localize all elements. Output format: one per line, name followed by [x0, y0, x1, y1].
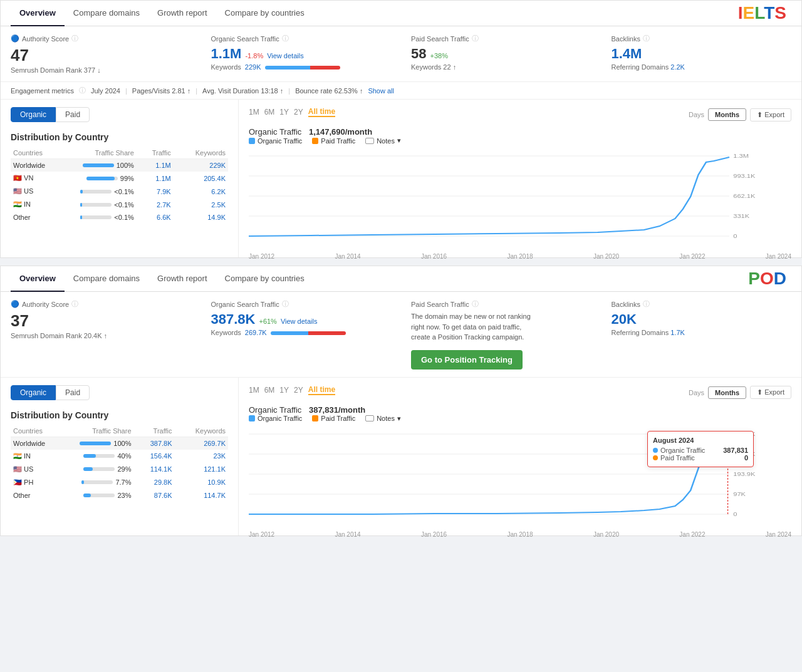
toggle-group-1: Organic Paid [11, 107, 228, 122]
toggle-group-2: Organic Paid [11, 385, 228, 400]
right-panel-2: 1M 6M 1Y 2Y All time Days Months ⬆ Expor… [239, 378, 801, 535]
tab-compare-countries-2[interactable]: Compare by countries [216, 266, 313, 292]
pages-visits-1: Pages/Visits 2.81 ↑ [132, 87, 190, 95]
chart-tooltip-2: August 2024 Organic Traffic 387,831 Paid… [647, 431, 754, 467]
tab-growth-report-2[interactable]: Growth report [148, 266, 216, 292]
svg-text:0: 0 [733, 510, 737, 517]
legend-row-2: Organic Traffic Paid Traffic Notes ▾ [249, 415, 791, 423]
svg-text:193.9K: 193.9K [733, 470, 756, 477]
table-row: 🇮🇳 IN <0.1% 2.7K2.5K [11, 198, 228, 211]
col-keywords-1: Keywords [174, 147, 228, 159]
time-2y-2[interactable]: 2Y [294, 386, 303, 395]
paid-toggle-2[interactable]: Paid [56, 385, 90, 400]
position-tracking-btn[interactable]: Go to Position Tracking [411, 350, 523, 370]
time-1m-2[interactable]: 1M [249, 386, 259, 395]
legend-row-1: Organic Traffic Paid Traffic Notes ▾ [249, 137, 791, 145]
svg-text:662.1K: 662.1K [733, 193, 756, 199]
table-row: Other <0.1% 6.6K14.9K [11, 211, 228, 224]
paid-traffic-2: Paid Search Traffic ⓘ The domain may be … [411, 299, 591, 370]
authority-score-sub-1: Semrush Domain Rank 377 ↓ [11, 66, 191, 74]
section-ielts: Overview Compare domains Growth report C… [0, 0, 802, 258]
months-btn-1[interactable]: Months [708, 108, 746, 121]
svg-text:993.1K: 993.1K [733, 173, 756, 179]
col-keywords-2: Keywords [175, 425, 228, 437]
brand-logo-ielts: IELTS [738, 3, 786, 23]
backlinks-value-2: 20K [612, 311, 792, 328]
tab-growth-report-1[interactable]: Growth report [148, 1, 216, 26]
time-range-2: 1M 6M 1Y 2Y All time [249, 385, 335, 395]
export-btn-1[interactable]: ⬆ Export [750, 108, 791, 121]
metrics-row-2: 🔵Authority Score ⓘ 37 Semrush Domain Ran… [1, 292, 801, 378]
nav-tabs-2: Overview Compare domains Growth report C… [1, 266, 801, 292]
time-6m-2[interactable]: 6M [264, 386, 275, 395]
time-alltime-1[interactable]: All time [308, 107, 335, 117]
col-traffic-share-2: Traffic Share [67, 425, 134, 437]
distribution-title-1: Distribution by Country [11, 132, 228, 142]
chart-area-2: 387.8K 290.0K 193.9K 97K 0 August 2024 O… [249, 428, 791, 528]
col-countries-1: Countries [11, 147, 68, 159]
table-row: 🇺🇸 US <0.1% 7.9K6.2K [11, 185, 228, 198]
distribution-table-1: Countries Traffic Share Traffic Keywords… [11, 147, 228, 224]
authority-score-2: 🔵Authority Score ⓘ 37 Semrush Domain Ran… [11, 299, 191, 370]
tab-compare-domains-1[interactable]: Compare domains [65, 1, 148, 26]
distribution-title-2: Distribution by Country [11, 410, 228, 420]
tab-overview-1[interactable]: Overview [11, 1, 65, 26]
time-alltime-2[interactable]: All time [308, 385, 335, 395]
time-6m-1[interactable]: 6M [264, 108, 275, 116]
svg-text:331K: 331K [733, 213, 749, 219]
months-btn-2[interactable]: Months [708, 386, 746, 399]
tab-overview-2[interactable]: Overview [11, 266, 65, 292]
brand-logo-pod: POD [748, 269, 786, 289]
table-row: Worldwide 100% 1.1M229K [11, 159, 228, 172]
organic-traffic-2: Organic Search Traffic ⓘ 387.8K +61% Vie… [211, 299, 392, 370]
authority-score-value-2: 37 [11, 311, 191, 331]
organic-toggle-1[interactable]: Organic [11, 107, 56, 122]
table-row: 🇮🇳 IN 40% 156.4K23K [11, 450, 228, 463]
engagement-row-1: Engagement metrics ⓘ July 2024 | Pages/V… [1, 82, 801, 100]
time-1m-1[interactable]: 1M [249, 108, 259, 116]
organic-traffic-value-2: 387.8K [211, 311, 256, 328]
table-row: 🇺🇸 US 29% 114.1K121.1K [11, 463, 228, 476]
chart-section-2: Organic Paid Distribution by Country Cou… [1, 378, 801, 535]
paid-toggle-1[interactable]: Paid [56, 107, 90, 122]
tab-compare-domains-2[interactable]: Compare domains [65, 266, 148, 292]
organic-traffic-value-1: 1.1M [211, 46, 242, 62]
col-traffic-2: Traffic [134, 425, 175, 437]
organic-traffic-1: Organic Search Traffic ⓘ 1.1M -1.8% View… [211, 34, 392, 74]
col-traffic-share-1: Traffic Share [68, 147, 137, 159]
left-panel-2: Organic Paid Distribution by Country Cou… [1, 378, 239, 535]
svg-text:1.3M: 1.3M [733, 153, 749, 159]
table-row: Worldwide 100% 387.8K269.7K [11, 437, 228, 450]
authority-score-1: 🔵Authority Score ⓘ 47 Semrush Domain Ran… [11, 34, 191, 74]
time-range-1: 1M 6M 1Y 2Y All time [249, 107, 335, 117]
organic-traffic-header-2: Organic Traffic 387,831/month [249, 405, 791, 415]
nav-tabs-1: Overview Compare domains Growth report C… [1, 1, 801, 26]
export-btn-2[interactable]: ⬆ Export [750, 386, 791, 399]
organic-traffic-header-1: Organic Traffic 1,147,690/month [249, 127, 791, 137]
chart-svg-1: 1.3M 993.1K 662.1K 331K 0 [249, 150, 791, 250]
authority-score-sub-2: Semrush Domain Rank 20.4K ↑ [11, 332, 191, 339]
time-1y-2[interactable]: 1Y [279, 386, 289, 395]
organic-traffic-link-2[interactable]: View details [281, 318, 318, 325]
table-row: Other 23% 87.6K114.7K [11, 489, 228, 502]
tab-compare-countries-1[interactable]: Compare by countries [216, 1, 313, 26]
metrics-row-1: 🔵Authority Score ⓘ 47 Semrush Domain Ran… [1, 26, 801, 82]
svg-text:0: 0 [733, 233, 737, 239]
visit-duration-1: Avg. Visit Duration 13:18 ↑ [202, 87, 283, 95]
col-countries-2: Countries [11, 425, 67, 437]
backlinks-2: Backlinks ⓘ 20K Referring Domains 1.7K [612, 299, 792, 370]
table-row: 🇵🇭 PH 7.7% 29.8K10.9K [11, 476, 228, 489]
time-2y-1[interactable]: 2Y [294, 108, 303, 116]
time-1y-1[interactable]: 1Y [279, 108, 289, 116]
organic-traffic-link-1[interactable]: View details [267, 52, 304, 59]
chart-section-1: Organic Paid Distribution by Country Cou… [1, 100, 801, 257]
authority-score-value-1: 47 [11, 46, 191, 65]
authority-score-label-1: 🔵Authority Score ⓘ [11, 34, 191, 43]
paid-traffic-value-1: 58 [411, 46, 426, 62]
organic-toggle-2[interactable]: Organic [11, 385, 56, 400]
table-row: 🇻🇳 VN 99% 1.1M205.4K [11, 172, 228, 185]
paid-traffic-1: Paid Search Traffic ⓘ 58 +38% Keywords 2… [411, 34, 591, 74]
distribution-table-2: Countries Traffic Share Traffic Keywords… [11, 425, 228, 502]
show-all-1[interactable]: Show all [368, 87, 394, 95]
backlinks-value-1: 1.4M [612, 46, 792, 62]
